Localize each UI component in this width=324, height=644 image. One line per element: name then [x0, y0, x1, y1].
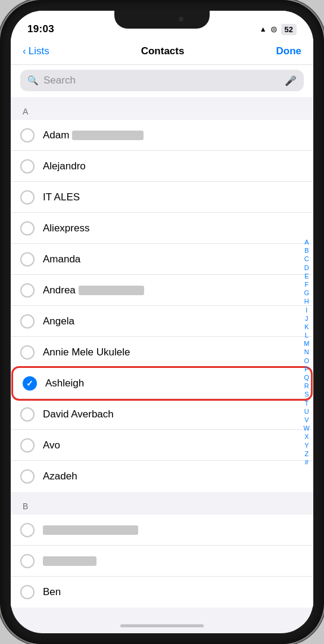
contact-item-it-ales[interactable]: IT ALES: [11, 182, 313, 213]
status-icons: ▲ ⊜ 52: [260, 24, 297, 35]
section-a-list: Adam Alejandro IT ALES: [11, 120, 313, 492]
back-label: Lists: [29, 45, 49, 57]
radio-avo[interactable]: [20, 438, 35, 453]
notch: [114, 11, 210, 29]
contact-name-avo: Avo: [43, 439, 304, 451]
radio-alejandro[interactable]: [20, 159, 35, 174]
section-header-b: B: [11, 492, 313, 515]
contact-item-amanda[interactable]: Amanda: [11, 244, 313, 275]
home-indicator: [120, 624, 204, 627]
blurred-last-name: [72, 131, 144, 140]
blurred-name-2: [43, 556, 96, 566]
page-title: Contacts: [141, 45, 185, 57]
radio-angela[interactable]: [20, 314, 35, 329]
alpha-letter-x[interactable]: X: [304, 433, 309, 441]
contact-name-david-averbach: David Averbach: [43, 408, 304, 420]
alphabet-index[interactable]: ABCDEFGHIJKLMNOPQRSTUVWXYZ#: [304, 239, 310, 466]
contact-item-b-blurred-2[interactable]: [11, 546, 313, 577]
alpha-letter-b[interactable]: B: [304, 247, 309, 255]
alpha-letter-a[interactable]: A: [304, 239, 309, 246]
alpha-letter-c[interactable]: C: [304, 255, 309, 263]
radio-ben[interactable]: [20, 585, 35, 599]
contact-item-aliexpress[interactable]: Aliexpress: [11, 213, 313, 244]
battery-level: 52: [285, 25, 293, 34]
radio-azadeh[interactable]: [20, 469, 35, 484]
contact-item-ben[interactable]: Ben: [11, 577, 313, 608]
alpha-letter-u[interactable]: U: [304, 408, 309, 416]
contact-item-annie-mele[interactable]: Annie Mele Ukulele: [11, 337, 313, 368]
alpha-letter-w[interactable]: W: [304, 425, 310, 432]
search-input[interactable]: Search: [43, 75, 280, 86]
search-icon: 🔍: [27, 75, 39, 86]
contact-item-andrea[interactable]: Andrea: [11, 275, 313, 306]
radio-adam[interactable]: [20, 128, 35, 143]
status-time: 19:03: [27, 23, 54, 35]
alpha-letter-r[interactable]: R: [304, 382, 309, 390]
contact-name-b-blurred-2: [43, 555, 304, 567]
contact-item-angela[interactable]: Angela: [11, 306, 313, 337]
radio-aliexpress[interactable]: [20, 221, 35, 236]
navigation-bar: ‹ Lists Contacts Done: [11, 41, 313, 65]
contact-name-ben: Ben: [43, 586, 304, 598]
alpha-letter-j[interactable]: J: [305, 315, 309, 323]
contact-name-aliexpress: Aliexpress: [43, 222, 304, 234]
contact-name-angela: Angela: [43, 315, 304, 327]
back-button[interactable]: ‹ Lists: [23, 45, 49, 57]
radio-david-averbach[interactable]: [20, 407, 35, 422]
blurred-name-1: [43, 525, 138, 535]
radio-andrea[interactable]: [20, 283, 35, 298]
contact-item-adam[interactable]: Adam: [11, 120, 313, 151]
contact-name-andrea: Andrea: [43, 284, 304, 296]
radio-amanda[interactable]: [20, 252, 35, 267]
contact-name-ashleigh: Ashleigh: [45, 377, 301, 389]
contact-name-it-ales: IT ALES: [43, 191, 304, 203]
contact-name-b-blurred-1: [43, 524, 304, 536]
alpha-letter-n[interactable]: N: [304, 348, 309, 356]
alpha-letter-s[interactable]: S: [304, 391, 309, 398]
alpha-letter-e[interactable]: E: [304, 273, 309, 280]
radio-it-ales[interactable]: [20, 190, 35, 205]
contact-name-annie-mele: Annie Mele Ukulele: [43, 346, 304, 358]
radio-ashleigh[interactable]: [23, 376, 37, 391]
signal-icon: ▲: [260, 25, 267, 33]
alpha-letter-k[interactable]: K: [304, 323, 309, 331]
alpha-letter-l[interactable]: L: [305, 332, 309, 339]
alpha-letter-f[interactable]: F: [304, 281, 309, 289]
contact-item-avo[interactable]: Avo: [11, 430, 313, 461]
contact-item-azadeh[interactable]: Azadeh: [11, 461, 313, 492]
radio-b-blurred-1[interactable]: [20, 523, 35, 537]
radio-annie-mele[interactable]: [20, 345, 35, 360]
alpha-letter-v[interactable]: V: [304, 416, 309, 424]
done-button[interactable]: Done: [276, 45, 302, 57]
chevron-left-icon: ‹: [23, 45, 26, 57]
contact-item-alejandro[interactable]: Alejandro: [11, 151, 313, 182]
alpha-letter-g[interactable]: G: [304, 289, 310, 297]
contact-item-ashleigh[interactable]: Ashleigh: [13, 368, 311, 399]
alpha-letter-z[interactable]: Z: [304, 450, 309, 458]
contact-item-david-averbach[interactable]: David Averbach: [11, 399, 313, 430]
alpha-letter-h[interactable]: H: [304, 298, 309, 305]
alpha-letter-y[interactable]: Y: [304, 441, 309, 449]
wifi-icon: ⊜: [270, 24, 278, 34]
blurred-last-name: [79, 286, 144, 295]
phone-shell: 19:03 ▲ ⊜ 52 ‹ Lists Contacts Done: [0, 0, 324, 644]
contact-name-amanda: Amanda: [43, 253, 304, 265]
status-bar: 19:03 ▲ ⊜ 52: [11, 11, 313, 41]
alpha-letter-q[interactable]: Q: [304, 374, 310, 382]
contact-name-alejandro: Alejandro: [43, 160, 304, 172]
radio-b-blurred-2[interactable]: [20, 554, 35, 568]
alpha-letter-i[interactable]: I: [306, 306, 307, 314]
phone-screen: 19:03 ▲ ⊜ 52 ‹ Lists Contacts Done: [11, 11, 313, 633]
alpha-letter-m[interactable]: M: [304, 340, 309, 348]
section-header-a: A: [11, 97, 313, 120]
microphone-icon[interactable]: 🎤: [285, 75, 297, 86]
contact-name-azadeh: Azadeh: [43, 470, 304, 482]
contact-item-b-blurred-1[interactable]: [11, 515, 313, 546]
alpha-letter-t[interactable]: T: [304, 400, 309, 407]
alpha-letter-p[interactable]: P: [304, 366, 309, 373]
alpha-letter-#[interactable]: #: [305, 459, 309, 466]
contacts-scroll-area[interactable]: ABCDEFGHIJKLMNOPQRSTUVWXYZ# A Adam: [11, 97, 313, 633]
alpha-letter-o[interactable]: O: [304, 357, 310, 365]
alpha-letter-d[interactable]: D: [304, 264, 309, 272]
search-bar[interactable]: 🔍 Search 🎤: [20, 70, 304, 91]
